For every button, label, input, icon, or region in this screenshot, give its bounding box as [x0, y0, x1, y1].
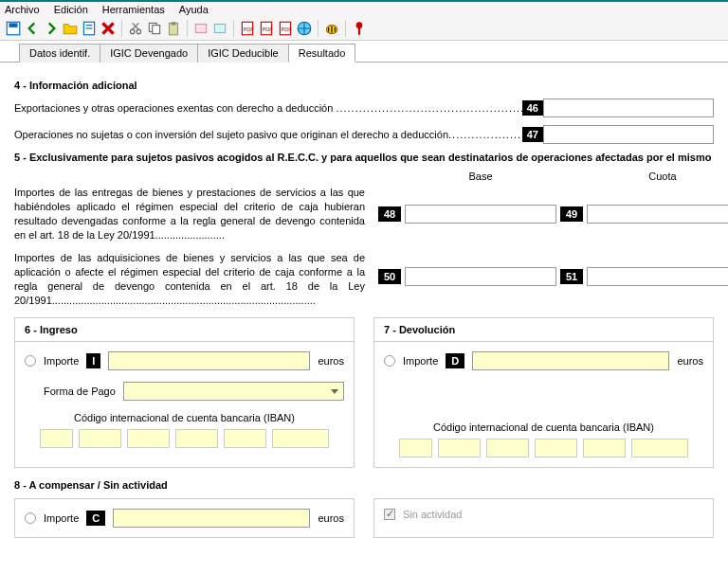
iban-ing-3[interactable]	[127, 429, 170, 448]
section5-title: 5 - Exclusivamente para sujetos pasivos …	[14, 152, 714, 163]
tab-resultado[interactable]: Resultado	[288, 44, 356, 63]
tool2-icon[interactable]	[211, 20, 228, 37]
section4-title: 4 - Información adicional	[14, 80, 714, 91]
svg-rect-8	[153, 26, 160, 34]
field-importe-devolucion[interactable]	[472, 351, 669, 370]
section6-title: 6 - Ingreso	[15, 318, 354, 342]
iban-dev-6[interactable]	[631, 439, 688, 457]
svg-text:PDF: PDF	[263, 27, 274, 32]
field-47[interactable]	[543, 125, 714, 144]
section7-panel: 7 - Devolución Importe D euros Código in…	[373, 317, 714, 468]
section6-panel: 6 - Ingreso Importe I euros Forma de Pag…	[14, 317, 355, 468]
col-base: Base	[405, 170, 556, 182]
menu-archivo[interactable]: Archivo	[5, 4, 40, 15]
svg-text:PDF: PDF	[282, 27, 293, 32]
label-sin-actividad: Sin actividad	[403, 509, 462, 520]
label-euros-ingreso: euros	[318, 355, 344, 367]
pdf3-icon[interactable]: PDF	[277, 20, 294, 37]
radio-ingreso[interactable]	[25, 355, 36, 367]
iban-ing-1[interactable]	[40, 429, 73, 448]
paste-icon[interactable]	[165, 20, 182, 37]
letter-D: D	[446, 353, 464, 368]
save-floppy-icon[interactable]	[5, 20, 22, 37]
label-importe-devolucion: Importe	[403, 355, 438, 367]
field-49[interactable]	[587, 205, 728, 224]
iban-ing-6[interactable]	[272, 429, 329, 448]
svg-point-24	[356, 22, 363, 28]
label-importe-ingreso: Importe	[44, 355, 79, 367]
tab-bar: Datos identif. IGIC Devengado IGIC Deduc…	[0, 41, 728, 63]
field-51[interactable]	[587, 267, 728, 286]
iban-dev-1[interactable]	[399, 439, 432, 457]
menubar: Archivo Edición Herramientas Ayuda	[0, 2, 728, 17]
section8-title: 8 - A compensar / Sin actividad	[14, 479, 714, 491]
letter-I: I	[86, 353, 100, 368]
menu-edicion[interactable]: Edición	[54, 4, 88, 15]
svg-point-5	[130, 29, 135, 34]
iban-dev-5[interactable]	[583, 439, 626, 457]
label-importe-compensar: Importe	[44, 512, 79, 524]
iban-dev-2[interactable]	[438, 439, 481, 457]
tab-igic-deducible[interactable]: IGIC Deducible	[197, 44, 289, 63]
numbox-49: 49	[560, 206, 583, 222]
content-panel: 4 - Información adicional Exportaciones …	[0, 62, 728, 574]
iban-label-ingreso: Código internacional de cuenta bancaria …	[25, 412, 344, 423]
label-46: Exportaciones y otras operaciones exenta…	[14, 102, 522, 114]
section8-compensar: Importe C euros	[14, 498, 355, 538]
copy-icon[interactable]	[146, 20, 163, 37]
field-50[interactable]	[405, 267, 556, 286]
radio-devolucion[interactable]	[384, 355, 395, 367]
field-importe-compensar[interactable]	[113, 509, 310, 528]
iban-dev-4[interactable]	[535, 439, 577, 457]
radio-compensar[interactable]	[25, 512, 36, 524]
section5-block2: Importes de las adquisiciones de bienes …	[14, 251, 365, 307]
document-icon[interactable]	[81, 20, 98, 37]
iban-dev-3[interactable]	[486, 439, 529, 457]
tab-datos-identif[interactable]: Datos identif.	[19, 44, 100, 63]
arrow-left-icon[interactable]	[24, 20, 41, 37]
label-forma-pago: Forma de Pago	[44, 386, 116, 397]
svg-rect-10	[172, 22, 176, 25]
numbox-51: 51	[560, 269, 583, 284]
menu-herramientas[interactable]: Herramientas	[102, 4, 165, 15]
field-46[interactable]	[543, 99, 714, 117]
checkbox-sin-actividad[interactable]	[384, 509, 395, 520]
numbox-48: 48	[378, 206, 401, 222]
field-48[interactable]	[405, 205, 556, 224]
svg-rect-1	[9, 23, 18, 27]
pdf1-icon[interactable]: PDF	[239, 20, 256, 37]
iban-ing-5[interactable]	[224, 429, 266, 448]
label-euros-devolucion: euros	[677, 355, 703, 367]
menu-ayuda[interactable]: Ayuda	[179, 4, 209, 15]
select-forma-pago[interactable]	[123, 382, 344, 401]
globe-icon[interactable]	[296, 20, 313, 37]
iban-label-devolucion: Código internacional de cuenta bancaria …	[384, 422, 703, 433]
cut-scissors-icon[interactable]	[127, 20, 144, 37]
label-euros-compensar: euros	[318, 512, 344, 524]
pdf2-icon[interactable]: PDF	[258, 20, 275, 37]
numbox-47: 47	[522, 127, 543, 142]
arrow-right-icon[interactable]	[43, 20, 60, 37]
pin-icon[interactable]	[351, 20, 368, 37]
field-importe-ingreso[interactable]	[108, 351, 310, 370]
section5-block1: Importes de las entregas de bienes y pre…	[14, 186, 365, 242]
delete-x-icon[interactable]	[100, 20, 117, 37]
numbox-50: 50	[378, 269, 401, 284]
numbox-46: 46	[522, 100, 543, 116]
col-cuota: Cuota	[587, 170, 728, 182]
iban-ing-4[interactable]	[175, 429, 218, 448]
letter-C: C	[86, 511, 105, 526]
label-47: Operaciones no sujetas o con inversión d…	[14, 129, 522, 140]
toolbar: PDF PDF PDF	[0, 17, 728, 41]
bee-icon[interactable]	[323, 20, 340, 37]
folder-open-icon[interactable]	[62, 20, 79, 37]
svg-rect-12	[214, 25, 225, 33]
svg-text:PDF: PDF	[244, 27, 255, 32]
section8-sinactividad: Sin actividad	[373, 498, 714, 538]
tab-igic-devengado[interactable]: IGIC Devengado	[100, 44, 198, 63]
tool1-icon[interactable]	[192, 20, 209, 37]
svg-point-6	[136, 29, 141, 34]
section7-title: 7 - Devolución	[374, 318, 713, 342]
svg-rect-11	[195, 25, 206, 33]
iban-ing-2[interactable]	[79, 429, 121, 448]
